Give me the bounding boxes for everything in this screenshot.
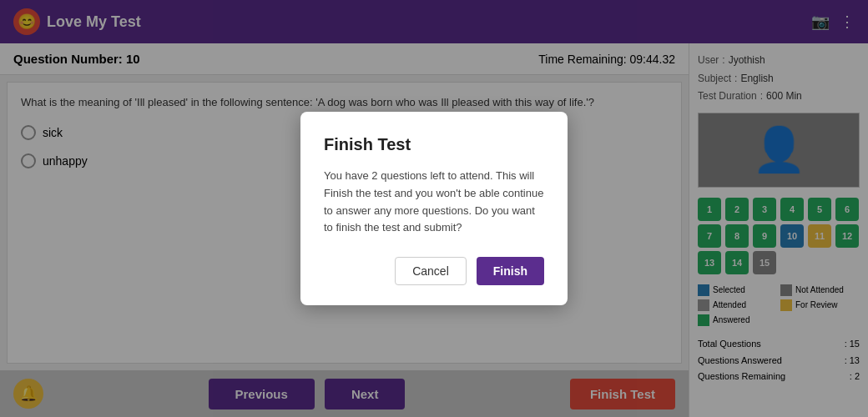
modal-body: You have 2 questions left to attend. Thi… <box>324 168 544 237</box>
modal-footer: Cancel Finish <box>324 257 544 285</box>
modal-finish-button[interactable]: Finish <box>477 257 544 285</box>
modal-overlay: Finish Test You have 2 questions left to… <box>0 0 868 417</box>
modal-cancel-button[interactable]: Cancel <box>395 257 467 285</box>
finish-test-modal: Finish Test You have 2 questions left to… <box>300 112 568 305</box>
modal-title: Finish Test <box>324 135 544 154</box>
